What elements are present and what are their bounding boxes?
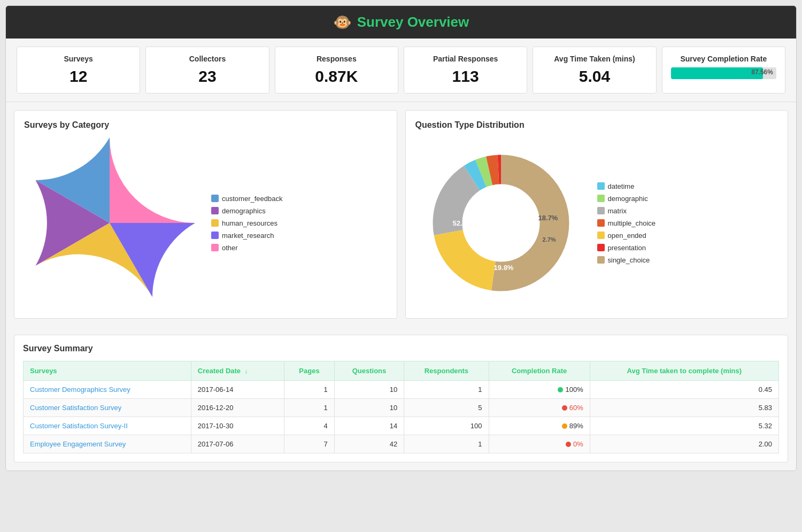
legend-item-matrix: matrix [597, 207, 656, 215]
cell-pages: 4 [284, 417, 334, 435]
svg-text:19.8%: 19.8% [493, 264, 513, 272]
stat-collectors-label: Collectors [155, 55, 260, 63]
legend-color-human-resources [211, 219, 219, 227]
legend-item-presentation: presentation [597, 244, 656, 252]
summary-card: Survey Summary Surveys Created Date ↓ Pa… [14, 335, 788, 462]
cell-completion: 60% [489, 399, 590, 417]
cell-questions: 42 [334, 435, 404, 453]
legend-label-open-ended: open_ended [608, 232, 646, 240]
cell-survey-name[interactable]: Customer Demographics Survey [24, 381, 191, 399]
legend-item-single-choice: single_choice [597, 256, 656, 264]
donut-svg: 52.2% 19.8% 18.7% 2.7% [415, 137, 587, 309]
header: 🐵 Survey Overview [6, 6, 796, 38]
legend-color-demographics [211, 207, 219, 214]
cell-respondents: 1 [404, 435, 489, 453]
main-container: 🐵 Survey Overview Surveys 12 Collectors … [5, 5, 797, 471]
legend-label-multiple-choice: multiple_choice [608, 219, 656, 227]
sort-arrow: ↓ [245, 368, 248, 374]
cell-respondents: 5 [404, 399, 489, 417]
stat-collectors: Collectors 23 [145, 47, 269, 94]
cell-questions: 14 [334, 417, 404, 435]
legend-item-demographics: demographics [211, 207, 282, 215]
survey-table: Surveys Created Date ↓ Pages Questions R… [23, 361, 779, 453]
cell-respondents: 1 [404, 381, 489, 399]
table-header-row: Surveys Created Date ↓ Pages Questions R… [24, 361, 779, 381]
table-row: Customer Satisfaction Survey 2016-12-20 … [24, 399, 779, 417]
legend-item-demographic: demographic [597, 195, 656, 203]
donut-legend: datetime demographic matrix multiple_cho… [597, 182, 656, 264]
donut-chart-title: Question Type Distribution [415, 120, 778, 130]
stat-avg-time: Avg Time Taken (mins) 5.04 [533, 47, 656, 94]
legend-item-open-ended: open_ended [597, 232, 656, 240]
cell-avg-time: 5.32 [590, 417, 778, 435]
pie-area: customer_feedback demographics human_res… [24, 137, 387, 309]
progress-bar-text: 87.56% [751, 68, 773, 76]
col-header-created-date: Created Date ↓ [191, 361, 284, 381]
legend-label-customer-feedback: customer_feedback [222, 195, 282, 203]
cell-date: 2017-06-14 [191, 381, 284, 399]
progress-bar-container: 87.56% [671, 67, 776, 79]
svg-point-7 [462, 184, 539, 261]
stat-surveys: Surveys 12 [17, 47, 140, 94]
legend-label-demographics: demographics [222, 207, 266, 215]
legend-color-datetime [597, 182, 605, 190]
summary-section: Survey Summary Surveys Created Date ↓ Pa… [6, 327, 796, 471]
cell-survey-name[interactable]: Customer Satisfaction Survey [24, 399, 191, 417]
cell-survey-name[interactable]: Employee Engagement Survey [24, 435, 191, 453]
stat-partial-label: Partial Responses [413, 55, 518, 63]
stat-avg-time-value: 5.04 [542, 67, 647, 86]
legend-color-single-choice [597, 256, 605, 264]
legend-color-demographic [597, 195, 605, 202]
cell-date: 2017-10-30 [191, 417, 284, 435]
legend-color-open-ended [597, 232, 605, 239]
stat-avg-time-label: Avg Time Taken (mins) [542, 55, 647, 63]
cell-questions: 10 [334, 399, 404, 417]
legend-item-customer-feedback: customer_feedback [211, 195, 282, 203]
pie-chart-card: Surveys by Category [14, 110, 397, 319]
stat-completion-rate: Survey Completion Rate 87.56% [662, 47, 785, 94]
stat-responses-value: 0.87K [284, 67, 389, 86]
stat-collectors-value: 23 [155, 67, 260, 86]
cell-pages: 1 [284, 399, 334, 417]
stat-surveys-value: 12 [26, 67, 131, 86]
legend-color-customer-feedback [211, 195, 219, 202]
stat-partial: Partial Responses 113 [404, 47, 527, 94]
cell-date: 2016-12-20 [191, 399, 284, 417]
stat-responses-label: Responses [284, 55, 389, 63]
legend-label-human-resources: human_resources [222, 219, 277, 227]
donut-area: 52.2% 19.8% 18.7% 2.7% datetime demograp… [415, 137, 778, 309]
stat-partial-value: 113 [413, 67, 518, 86]
stat-responses: Responses 0.87K [275, 47, 398, 94]
progress-bar-fill [671, 67, 764, 79]
stats-row: Surveys 12 Collectors 23 Responses 0.87K… [6, 38, 796, 102]
cell-survey-name[interactable]: Customer Satisfaction Survey-II [24, 417, 191, 435]
col-header-completion-rate: Completion Rate [489, 361, 590, 381]
legend-item-multiple-choice: multiple_choice [597, 219, 656, 227]
svg-text:52.2%: 52.2% [452, 219, 472, 227]
legend-color-multiple-choice [597, 219, 605, 227]
pie-svg [24, 137, 195, 309]
col-header-pages: Pages [284, 361, 334, 381]
cell-pages: 7 [284, 435, 334, 453]
monkey-icon: 🐵 [333, 13, 352, 31]
legend-item-market-research: market_research [211, 232, 282, 240]
cell-questions: 10 [334, 381, 404, 399]
legend-item-human-resources: human_resources [211, 219, 282, 227]
legend-label-single-choice: single_choice [608, 256, 650, 264]
legend-color-market-research [211, 232, 219, 239]
stat-surveys-label: Surveys [26, 55, 131, 63]
col-header-avg-time: Avg Time taken to complete (mins) [590, 361, 778, 381]
pie-legend: customer_feedback demographics human_res… [211, 195, 282, 252]
legend-label-presentation: presentation [608, 244, 646, 252]
page-title: Survey Overview [357, 14, 469, 30]
table-row: Customer Satisfaction Survey-II 2017-10-… [24, 417, 779, 435]
legend-label-other: other [222, 244, 238, 252]
cell-completion: 100% [489, 381, 590, 399]
legend-item-datetime: datetime [597, 182, 656, 190]
table-row: Customer Demographics Survey 2017-06-14 … [24, 381, 779, 399]
col-header-surveys: Surveys [24, 361, 191, 381]
pie-chart-title: Surveys by Category [24, 120, 387, 130]
legend-color-presentation [597, 244, 605, 251]
legend-label-demographic: demographic [608, 195, 648, 203]
svg-text:18.7%: 18.7% [538, 214, 558, 222]
